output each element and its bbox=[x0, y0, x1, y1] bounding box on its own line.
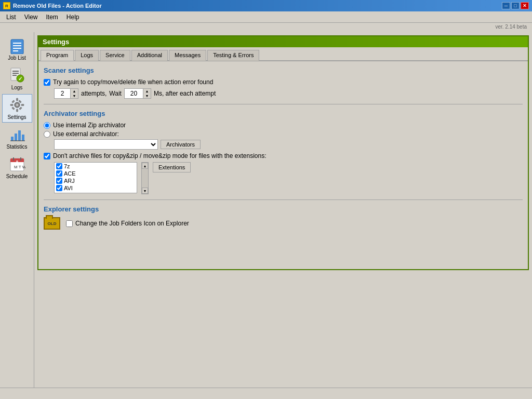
ext-checkbox-ace[interactable] bbox=[56, 170, 62, 177]
svg-rect-22 bbox=[15, 134, 17, 141]
sidebar-item-joblist[interactable]: Job List bbox=[2, 35, 32, 63]
svg-rect-4 bbox=[13, 50, 18, 51]
svg-rect-8 bbox=[12, 75, 17, 76]
archivator-dropdown[interactable] bbox=[54, 139, 158, 150]
retry-checkbox-row: Try again to copy/move/delete file when … bbox=[44, 78, 523, 86]
menu-bar: List View Item Help bbox=[0, 11, 532, 23]
sidebar-schedule-label: Schedule bbox=[6, 174, 28, 179]
tab-additional[interactable]: Additional bbox=[131, 50, 168, 61]
svg-rect-20 bbox=[11, 107, 15, 110]
scanner-header: Scaner settings bbox=[44, 66, 523, 74]
svg-rect-2 bbox=[13, 45, 21, 46]
svg-rect-7 bbox=[12, 73, 19, 74]
maximize-button[interactable]: □ bbox=[511, 2, 520, 9]
menu-view[interactable]: View bbox=[20, 12, 42, 22]
ext-item-7z: 7z bbox=[55, 163, 137, 170]
ext-checkbox-7z[interactable] bbox=[56, 163, 62, 169]
statistics-icon bbox=[9, 126, 25, 143]
attempts-spinner: ▲ ▼ bbox=[54, 88, 78, 99]
svg-rect-3 bbox=[13, 48, 21, 49]
ext-label-ace: ACE bbox=[64, 170, 76, 177]
ext-item-ace: ACE bbox=[55, 170, 137, 177]
radio-external[interactable] bbox=[44, 131, 50, 138]
svg-text:8: 8 bbox=[16, 159, 18, 164]
radio-internal[interactable] bbox=[44, 122, 50, 129]
dont-archive-label: Don't archive files for copy&zip / move&… bbox=[53, 152, 266, 159]
wait-label: Wait bbox=[109, 90, 122, 97]
ext-checkbox-avi[interactable] bbox=[56, 185, 62, 191]
joblist-icon bbox=[9, 37, 25, 54]
minimize-button[interactable]: ─ bbox=[502, 2, 510, 9]
explorer-header: Explorer settings bbox=[44, 205, 523, 213]
divider-2 bbox=[44, 200, 523, 200]
sidebar-item-schedule[interactable]: 8 M T W Schedule bbox=[2, 153, 32, 182]
wait-spinner-buttons: ▲ ▼ bbox=[143, 89, 151, 98]
explorer-row: OLD Change the Job Folders Icon on Explo… bbox=[44, 217, 523, 230]
attempts-input[interactable] bbox=[55, 89, 70, 98]
settings-panel: Settings Program Logs Service Additional bbox=[37, 35, 529, 270]
ext-checkbox-arj[interactable] bbox=[56, 178, 62, 184]
divider-1 bbox=[44, 104, 523, 104]
window-title: Remove Old Files - Action Editor bbox=[13, 3, 102, 9]
tab-testing[interactable]: Testing & Errors bbox=[207, 50, 259, 61]
wait-spinner: ▲ ▼ bbox=[124, 88, 151, 99]
dont-archive-checkbox[interactable] bbox=[44, 153, 50, 159]
svg-rect-17 bbox=[11, 100, 15, 103]
ext-scroll-track bbox=[142, 169, 148, 188]
settings-body: Program Logs Service Additional Messages bbox=[38, 47, 528, 269]
close-button[interactable]: ✕ bbox=[521, 2, 529, 9]
sidebar-statistics-label: Statistics bbox=[6, 144, 27, 150]
attempts-up-button[interactable]: ▲ bbox=[71, 89, 78, 94]
spinner-row: ▲ ▼ attempts, Wait ▲ ▼ bbox=[54, 88, 523, 99]
tab-messages[interactable]: Messages bbox=[169, 50, 206, 61]
version-text: ver. 2.14 beta bbox=[495, 24, 527, 30]
wait-input[interactable] bbox=[125, 89, 143, 98]
extentions-button[interactable]: Extentions bbox=[153, 162, 191, 172]
tab-program[interactable]: Program bbox=[41, 50, 74, 61]
svg-rect-23 bbox=[18, 130, 21, 141]
svg-point-12 bbox=[16, 104, 18, 106]
extensions-container: 7z ACE ARJ bbox=[54, 162, 523, 194]
extensions-list: 7z ACE ARJ bbox=[54, 162, 137, 193]
svg-rect-24 bbox=[22, 135, 24, 141]
svg-text:✓: ✓ bbox=[18, 76, 22, 82]
svg-rect-16 bbox=[21, 104, 24, 106]
retry-checkbox[interactable] bbox=[44, 79, 50, 86]
tab-logs[interactable]: Logs bbox=[75, 50, 99, 61]
svg-rect-18 bbox=[19, 107, 22, 110]
tab-service[interactable]: Service bbox=[100, 50, 130, 61]
sidebar-settings-label: Settings bbox=[7, 114, 26, 120]
radio-internal-label: Use internal Zip archivator bbox=[53, 122, 126, 129]
svg-rect-21 bbox=[11, 137, 14, 141]
old-label: OLD bbox=[48, 221, 57, 226]
wait-up-button[interactable]: ▲ bbox=[143, 89, 151, 94]
status-bar bbox=[0, 388, 532, 399]
svg-rect-19 bbox=[18, 100, 21, 103]
svg-rect-6 bbox=[12, 71, 19, 72]
sidebar-item-settings[interactable]: Settings bbox=[2, 94, 32, 123]
menu-help[interactable]: Help bbox=[62, 12, 84, 22]
ext-item-arj: ARJ bbox=[55, 177, 137, 184]
attempts-down-button[interactable]: ▼ bbox=[71, 94, 78, 98]
ext-label-arj: ARJ bbox=[64, 178, 75, 184]
sidebar: Job List ✓ Logs bbox=[0, 32, 34, 397]
version-bar: ver. 2.14 beta bbox=[0, 23, 532, 32]
archivators-button[interactable]: Archivators bbox=[161, 140, 201, 149]
radio-external-label: Use external archivator: bbox=[53, 130, 119, 138]
ext-scroll-down[interactable]: ▼ bbox=[142, 188, 148, 194]
menu-list[interactable]: List bbox=[2, 12, 20, 22]
main-container: Job List ✓ Logs bbox=[0, 32, 532, 397]
svg-rect-0 bbox=[11, 39, 23, 54]
explorer-folder-icon: OLD bbox=[44, 217, 60, 230]
app-icon: R bbox=[3, 2, 10, 9]
menu-item[interactable]: Item bbox=[42, 12, 62, 22]
explorer-checkbox[interactable] bbox=[66, 220, 73, 227]
sidebar-item-logs[interactable]: ✓ Logs bbox=[2, 64, 32, 93]
ext-scroll-up[interactable]: ▲ bbox=[142, 163, 148, 169]
sidebar-item-statistics[interactable]: Statistics bbox=[2, 124, 32, 152]
tab-content-program: Scaner settings Try again to copy/move/d… bbox=[38, 61, 528, 269]
explorer-label: Change the Job Folders Icon on Explorer bbox=[75, 220, 189, 227]
sidebar-logs-label: Logs bbox=[11, 85, 23, 90]
ext-scrollbar: ▲ ▼ bbox=[141, 162, 149, 194]
wait-down-button[interactable]: ▼ bbox=[143, 94, 151, 98]
